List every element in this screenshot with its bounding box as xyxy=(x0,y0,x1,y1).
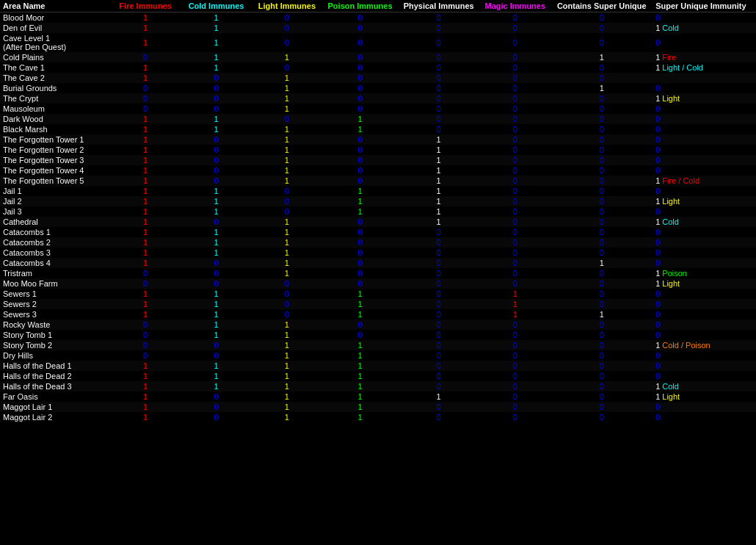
table-row: Catacombs 410100010 xyxy=(0,258,756,268)
cell-light: 1 xyxy=(252,412,322,422)
cell-cold: 0 xyxy=(181,93,251,104)
cell-magic: 0 xyxy=(479,227,550,237)
cell-magic: 1 xyxy=(479,309,550,320)
cell-area: Rocky Waste xyxy=(0,320,110,330)
cell-area: Dry Hills xyxy=(0,350,110,361)
table-row: Rocky Waste01100000 xyxy=(0,320,756,330)
cell-light: 0 xyxy=(252,196,322,206)
cell-physical: 0 xyxy=(398,23,479,33)
cell-fire: 1 xyxy=(110,402,181,412)
cell-cold: 0 xyxy=(181,83,251,93)
cell-fire: 1 xyxy=(110,391,181,402)
cell-magic: 0 xyxy=(479,62,550,73)
cell-poison: 0 xyxy=(322,176,398,186)
cell-poison: 1 xyxy=(322,124,398,134)
cell-fire: 1 xyxy=(110,361,181,371)
cell-magic: 0 xyxy=(479,176,550,186)
cell-light: 1 xyxy=(252,402,322,412)
cell-super-imm: 0 xyxy=(653,114,756,124)
table-row: Dark Wood11010000 xyxy=(0,114,756,124)
cell-physical: 0 xyxy=(398,268,479,278)
cell-poison: 0 xyxy=(322,62,398,73)
cell-magic: 0 xyxy=(479,52,550,62)
cell-cold: 0 xyxy=(181,412,251,422)
cell-fire: 1 xyxy=(110,196,181,206)
cell-physical: 0 xyxy=(398,62,479,73)
cell-contains: 0 xyxy=(550,62,653,73)
cell-cold: 1 xyxy=(181,248,251,258)
table-row: Far Oasis10111001 Light xyxy=(0,391,756,402)
header-magic: Magic Immunes xyxy=(479,0,550,12)
cell-physical: 0 xyxy=(398,248,479,258)
cell-cold: 0 xyxy=(181,391,251,402)
cell-magic: 0 xyxy=(479,320,550,330)
cell-contains: 0 xyxy=(550,268,653,278)
cell-contains: 0 xyxy=(550,371,653,381)
cell-fire: 1 xyxy=(110,134,181,145)
cell-contains: 0 xyxy=(550,104,653,114)
table-row: The Forgotten Tower 310101000 xyxy=(0,155,756,165)
cell-physical: 0 xyxy=(398,371,479,381)
cell-area: Stony Tomb 1 xyxy=(0,330,110,340)
table-row: Stony Tomb 200110001 Cold / Poison xyxy=(0,340,756,350)
cell-cold: 0 xyxy=(181,402,251,412)
cell-fire: 1 xyxy=(110,371,181,381)
cell-area: Sewers 1 xyxy=(0,289,110,299)
cell-light: 1 xyxy=(252,237,322,248)
cell-fire: 0 xyxy=(110,340,181,350)
cell-contains: 1 xyxy=(550,258,653,268)
cell-physical: 0 xyxy=(398,330,479,340)
cell-contains: 1 xyxy=(550,309,653,320)
header-row: Area Name Fire Immunes Cold Immunes Ligh… xyxy=(0,0,756,12)
cell-contains: 0 xyxy=(550,361,653,371)
cell-cold: 1 xyxy=(181,206,251,217)
cell-poison: 1 xyxy=(322,289,398,299)
table-row: Mausoleum00100000 xyxy=(0,104,756,114)
cell-contains: 0 xyxy=(550,196,653,206)
cell-contains: 0 xyxy=(550,124,653,134)
cell-cold: 1 xyxy=(181,320,251,330)
cell-contains: 0 xyxy=(550,155,653,165)
cell-cold: 1 xyxy=(181,62,251,73)
cell-poison: 1 xyxy=(322,371,398,381)
cell-super-imm: 0 xyxy=(653,320,756,330)
cell-magic: 0 xyxy=(479,258,550,268)
cell-area: Jail 2 xyxy=(0,196,110,206)
cell-physical: 1 xyxy=(398,196,479,206)
cell-fire: 1 xyxy=(110,299,181,309)
table-row: Catacombs 311100000 xyxy=(0,248,756,258)
cell-fire: 1 xyxy=(110,124,181,134)
header-light: Light Immunes xyxy=(252,0,322,12)
cell-light: 1 xyxy=(252,391,322,402)
cell-super-imm: 0 xyxy=(653,104,756,114)
cell-poison: 0 xyxy=(322,217,398,227)
cell-super-imm: 0 xyxy=(653,330,756,340)
cell-contains: 0 xyxy=(550,186,653,196)
cell-poison: 0 xyxy=(322,83,398,93)
cell-contains: 0 xyxy=(550,340,653,350)
cell-fire: 1 xyxy=(110,145,181,155)
cell-fire: 1 xyxy=(110,12,181,24)
cell-light: 1 xyxy=(252,248,322,258)
cell-fire: 1 xyxy=(110,33,181,52)
cell-super-imm: 0 xyxy=(653,361,756,371)
cell-fire: 1 xyxy=(110,248,181,258)
header-cold: Cold Immunes xyxy=(181,0,251,12)
cell-light: 0 xyxy=(252,23,322,33)
cell-area: The Cave 1 xyxy=(0,62,110,73)
cell-super-imm: 0 xyxy=(653,402,756,412)
cell-super-imm: 0 xyxy=(653,299,756,309)
cell-super-imm: 1 Cold xyxy=(653,217,756,227)
cell-area: Sewers 3 xyxy=(0,309,110,320)
table-row: Stony Tomb 101100000 xyxy=(0,330,756,340)
cell-cold: 0 xyxy=(181,134,251,145)
cell-poison: 0 xyxy=(322,23,398,33)
cell-poison: 1 xyxy=(322,114,398,124)
cell-super-imm: 0 xyxy=(653,309,756,320)
cell-super-imm: 0 xyxy=(653,206,756,217)
cell-physical: 0 xyxy=(398,381,479,391)
cell-area: Halls of the Dead 1 xyxy=(0,361,110,371)
header-contains: Contains Super Unique xyxy=(550,0,653,12)
cell-poison: 1 xyxy=(322,412,398,422)
table-row: Halls of the Dead 211110000 xyxy=(0,371,756,381)
